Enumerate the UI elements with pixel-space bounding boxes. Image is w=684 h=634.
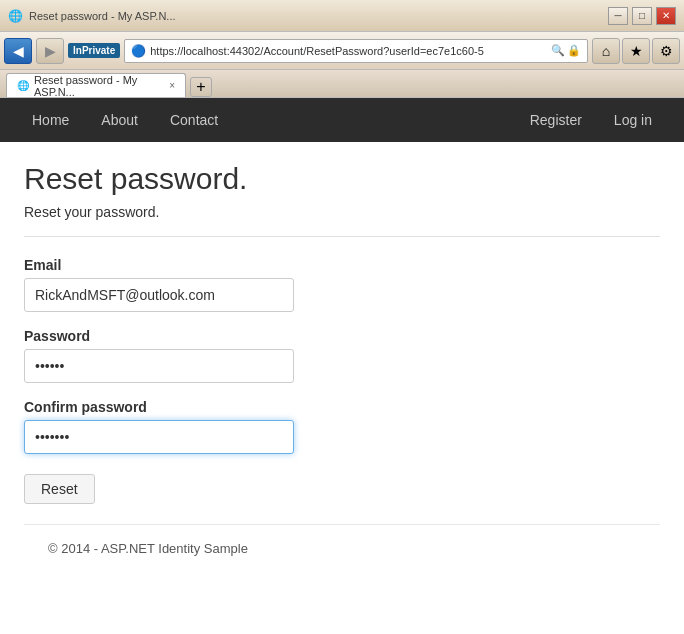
back-button[interactable]: ◀ [4, 38, 32, 64]
title-bar-text: Reset password - My ASP.N... [29, 10, 176, 22]
email-label: Email [24, 257, 660, 273]
nav-register[interactable]: Register [514, 100, 598, 140]
forward-button[interactable]: ▶ [36, 38, 64, 64]
back-icon: ◀ [13, 43, 24, 59]
active-tab[interactable]: 🌐 Reset password - My ASP.N... × [6, 73, 186, 97]
settings-icon: ⚙ [660, 43, 673, 59]
ie-icon: 🔵 [131, 44, 146, 58]
title-bar: 🌐 Reset password - My ASP.N... ─ □ ✕ [0, 0, 684, 32]
confirm-password-label: Confirm password [24, 399, 660, 415]
email-input[interactable] [24, 278, 294, 312]
page-subtitle: Reset your password. [24, 204, 660, 220]
footer: © 2014 - ASP.NET Identity Sample [24, 524, 660, 572]
divider [24, 236, 660, 237]
tab-favicon: 🌐 [17, 80, 29, 91]
close-button[interactable]: ✕ [656, 7, 676, 25]
reset-button-wrapper: Reset [24, 470, 660, 504]
inprivate-badge: InPrivate [68, 43, 120, 58]
browser-tab-icon: 🌐 [8, 9, 23, 23]
nav-contact[interactable]: Contact [154, 100, 234, 140]
nav-bar: ◀ ▶ InPrivate 🔵 https://localhost:44302/… [0, 32, 684, 70]
footer-text: © 2014 - ASP.NET Identity Sample [48, 541, 248, 556]
new-tab-button[interactable]: + [190, 77, 212, 97]
favorites-icon: ★ [630, 43, 643, 59]
password-group: Password [24, 328, 660, 383]
content-area: Home About Contact Register Log in Reset… [0, 98, 684, 634]
password-label: Password [24, 328, 660, 344]
favorites-button[interactable]: ★ [622, 38, 650, 64]
browser-window: 🌐 Reset password - My ASP.N... ─ □ ✕ ◀ ▶… [0, 0, 684, 634]
nav-right-buttons: ⌂ ★ ⚙ [592, 38, 680, 64]
url-text: https://localhost:44302/Account/ResetPas… [150, 45, 547, 57]
maximize-button[interactable]: □ [632, 7, 652, 25]
title-bar-controls: ─ □ ✕ [608, 7, 676, 25]
confirm-password-input[interactable] [24, 420, 294, 454]
site-nav: Home About Contact Register Log in [0, 98, 684, 142]
search-icon: 🔍 [551, 44, 565, 57]
tab-bar: 🌐 Reset password - My ASP.N... × + [0, 70, 684, 98]
site-nav-right: Register Log in [514, 100, 668, 140]
nav-about[interactable]: About [85, 100, 154, 140]
nav-login[interactable]: Log in [598, 100, 668, 140]
site-nav-left: Home About Contact [16, 100, 234, 140]
password-input[interactable] [24, 349, 294, 383]
address-icons: 🔍 🔒 [551, 44, 581, 57]
settings-button[interactable]: ⚙ [652, 38, 680, 64]
reset-button[interactable]: Reset [24, 474, 95, 504]
page-title: Reset password. [24, 162, 660, 196]
nav-home[interactable]: Home [16, 100, 85, 140]
tab-title: Reset password - My ASP.N... [34, 74, 164, 98]
page-content: Reset password. Reset your password. Ema… [0, 142, 684, 592]
home-button[interactable]: ⌂ [592, 38, 620, 64]
home-icon: ⌂ [602, 43, 610, 59]
confirm-password-group: Confirm password [24, 399, 660, 454]
tab-close-button[interactable]: × [169, 80, 175, 91]
new-tab-icon: + [196, 78, 205, 96]
address-bar[interactable]: 🔵 https://localhost:44302/Account/ResetP… [124, 39, 588, 63]
lock-icon: 🔒 [567, 44, 581, 57]
email-group: Email [24, 257, 660, 312]
forward-icon: ▶ [45, 43, 56, 59]
minimize-button[interactable]: ─ [608, 7, 628, 25]
